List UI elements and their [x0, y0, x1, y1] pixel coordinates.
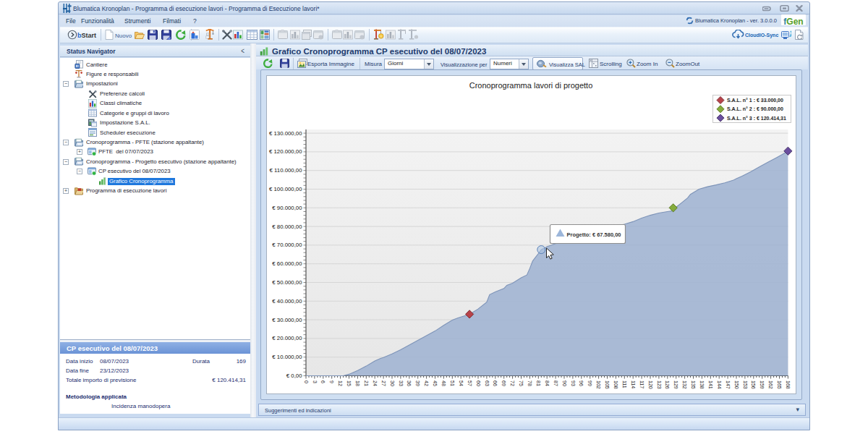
svg-text:12: 12	[338, 380, 343, 386]
svg-text:€ 30.000,00: € 30.000,00	[272, 317, 302, 323]
svg-text:144: 144	[717, 380, 722, 389]
svg-text:€ 10.000,00: € 10.000,00	[272, 354, 302, 360]
svg-text:78: 78	[527, 380, 532, 386]
svg-text:18: 18	[355, 380, 360, 386]
svg-text:€ 90.000,00: € 90.000,00	[272, 205, 302, 211]
svg-text:€ 100.000,00: € 100.000,00	[269, 186, 302, 192]
svg-text:138: 138	[699, 380, 705, 389]
svg-text:3: 3	[312, 380, 318, 383]
svg-text:87: 87	[553, 380, 558, 386]
svg-text:€ 20.000,00: € 20.000,00	[272, 335, 302, 341]
svg-text:105: 105	[605, 380, 610, 389]
svg-text:27: 27	[381, 380, 386, 386]
svg-text:€ 130.000,00: € 130.000,00	[269, 130, 302, 137]
svg-text:9: 9	[329, 380, 334, 383]
svg-text:45: 45	[433, 380, 438, 386]
svg-text:€ 120.000,00: € 120.000,00	[269, 148, 302, 155]
svg-text:159: 159	[760, 380, 765, 389]
svg-text:75: 75	[519, 380, 524, 386]
svg-text:114: 114	[631, 380, 636, 388]
svg-text:S.A.L. n° 2 : € 90.000,00: S.A.L. n° 2 : € 90.000,00	[727, 106, 783, 112]
svg-text:30: 30	[390, 380, 395, 386]
svg-text:69: 69	[501, 380, 506, 386]
svg-text:24: 24	[373, 380, 378, 386]
svg-text:123: 123	[657, 380, 662, 389]
svg-text:€ 60.000,00: € 60.000,00	[272, 260, 302, 267]
svg-text:90: 90	[562, 380, 567, 386]
svg-text:132: 132	[682, 380, 687, 389]
svg-text:€ 110.000,00: € 110.000,00	[270, 167, 303, 174]
svg-text:108: 108	[613, 380, 618, 389]
svg-text:21: 21	[364, 380, 369, 386]
svg-text:120: 120	[648, 380, 653, 389]
svg-text:168: 168	[786, 380, 791, 389]
svg-text:96: 96	[579, 380, 584, 386]
svg-text:57: 57	[467, 380, 472, 386]
svg-text:54: 54	[459, 380, 464, 386]
svg-text:€ 70.000,00: € 70.000,00	[272, 242, 302, 248]
svg-text:42: 42	[424, 380, 429, 386]
svg-text:102: 102	[596, 380, 601, 389]
svg-text:0: 0	[304, 380, 309, 383]
svg-text:162: 162	[768, 380, 773, 389]
svg-text:72: 72	[510, 380, 515, 386]
svg-text:15: 15	[346, 380, 352, 386]
svg-text:147: 147	[726, 380, 731, 389]
svg-text:129: 129	[673, 380, 678, 389]
svg-text:63: 63	[485, 380, 490, 386]
svg-text:Cronoprogramma lavori di proge: Cronoprogramma lavori di progetto	[469, 81, 593, 90]
svg-text:117: 117	[639, 380, 644, 388]
svg-text:48: 48	[441, 380, 446, 386]
svg-text:36: 36	[407, 380, 412, 386]
svg-text:99: 99	[587, 380, 592, 386]
svg-text:126: 126	[665, 380, 670, 389]
svg-text:6: 6	[320, 380, 326, 383]
svg-text:51: 51	[450, 380, 455, 386]
svg-text:€ 40.000,00: € 40.000,00	[272, 298, 302, 305]
svg-text:S.A.L. n° 3 : € 120.414,31: S.A.L. n° 3 : € 120.414,31	[727, 116, 786, 122]
svg-text:€ 50.000,00: € 50.000,00	[272, 279, 302, 286]
svg-text:60: 60	[476, 380, 481, 386]
svg-text:84: 84	[545, 380, 550, 386]
svg-text:33: 33	[399, 380, 404, 386]
svg-text:141: 141	[708, 380, 713, 389]
svg-text:S.A.L. n° 1 : € 33.000,00: S.A.L. n° 1 : € 33.000,00	[727, 98, 783, 103]
svg-text:111: 111	[622, 380, 627, 388]
svg-text:€ 80.000,00: € 80.000,00	[272, 224, 302, 230]
svg-text:€ 0,00: € 0,00	[286, 373, 302, 379]
svg-text:150: 150	[734, 380, 739, 389]
svg-text:Progetto: € 67.580,00: Progetto: € 67.580,00	[567, 231, 621, 238]
svg-text:81: 81	[536, 380, 541, 386]
svg-text:156: 156	[751, 380, 756, 389]
svg-text:135: 135	[691, 380, 696, 389]
svg-text:93: 93	[571, 380, 576, 386]
svg-text:153: 153	[743, 380, 748, 389]
svg-text:165: 165	[777, 380, 782, 389]
svg-text:66: 66	[493, 380, 498, 386]
svg-text:39: 39	[415, 380, 420, 386]
